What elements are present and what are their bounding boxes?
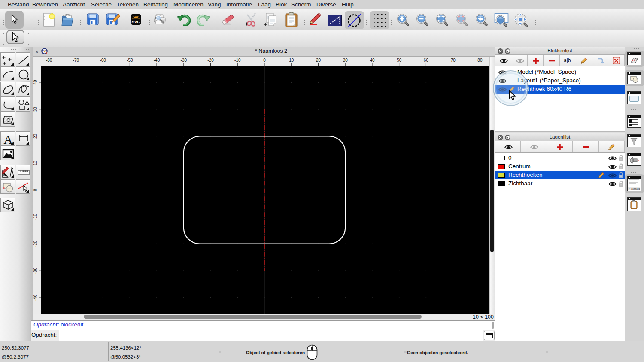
svg-text:40: 40 <box>370 58 375 63</box>
svg-text:70: 70 <box>451 58 456 63</box>
svg-text:0: 0 <box>33 189 38 191</box>
svg-text:10: 10 <box>33 160 38 166</box>
svg-text:80: 80 <box>477 58 483 63</box>
svg-text:-80: -80 <box>46 58 52 63</box>
svg-text:-30: -30 <box>33 268 38 274</box>
svg-text:-10: -10 <box>33 214 38 220</box>
svg-text:-60: -60 <box>100 58 106 63</box>
svg-text:60: 60 <box>424 58 429 63</box>
svg-text:-20: -20 <box>207 58 214 63</box>
svg-text:20: 20 <box>33 134 38 139</box>
svg-text:-10: -10 <box>234 58 241 63</box>
svg-text:-70: -70 <box>73 58 79 63</box>
svg-text:-30: -30 <box>181 58 187 63</box>
svg-text:SVG: SVG <box>131 19 140 24</box>
svg-text:30: 30 <box>33 107 38 112</box>
svg-text:20: 20 <box>316 58 321 63</box>
svg-text:50: 50 <box>397 58 402 63</box>
svg-text:-40: -40 <box>33 294 38 301</box>
svg-text:40: 40 <box>33 80 38 85</box>
svg-text:-20: -20 <box>33 241 38 247</box>
svg-text:0: 0 <box>263 58 266 63</box>
svg-text:-50: -50 <box>127 58 133 63</box>
svg-text:10: 10 <box>289 58 294 63</box>
svg-text:30: 30 <box>343 58 348 63</box>
svg-text:> command: > command <box>629 188 640 190</box>
svg-text:-40: -40 <box>154 58 160 63</box>
